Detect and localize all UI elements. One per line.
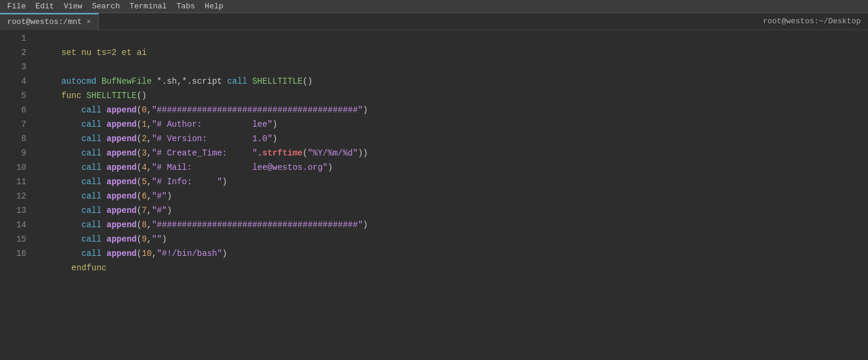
line-num-4: 4 (5, 74, 26, 89)
code-content[interactable]: set nu ts=2 et ai autocmd BufNewFile *.s… (31, 30, 868, 360)
tab-active[interactable]: root@westos:/mnt × (0, 13, 99, 30)
line-num-6: 6 (5, 103, 26, 117)
code-line-5: call append(0,"#########################… (31, 89, 868, 103)
menubar: File Edit View Search Terminal Tabs Help (0, 0, 868, 13)
line-num-16: 16 (5, 246, 26, 261)
tab-close-button[interactable]: × (87, 18, 91, 26)
menu-tabs[interactable]: Tabs (172, 1, 200, 12)
menu-terminal[interactable]: Terminal (124, 1, 171, 12)
code-line-1: set nu ts=2 et ai (31, 31, 868, 45)
line-num-12: 12 (5, 189, 26, 203)
line-num-15: 15 (5, 232, 26, 246)
line-num-5: 5 (5, 89, 26, 103)
line-num-8: 8 (5, 132, 26, 146)
line-num-7: 7 (5, 117, 26, 132)
code-line-2 (31, 45, 868, 60)
code-line-3: autocmd BufNewFile *.sh,*.script call SH… (31, 60, 868, 74)
line-num-2: 2 (5, 45, 26, 60)
kw-set: set (61, 48, 76, 57)
tab-active-title: root@westos:/mnt (7, 17, 82, 26)
menu-view[interactable]: View (59, 1, 87, 12)
line-num-10: 10 (5, 160, 26, 175)
line-num-3: 3 (5, 60, 26, 74)
line-num-11: 11 (5, 175, 26, 189)
menu-file[interactable]: File (2, 1, 31, 12)
tabbar: root@westos:/mnt × root@westos:~/Desktop (0, 13, 868, 30)
code-area: 1 2 3 4 5 6 7 8 9 10 11 12 13 14 15 16 s… (0, 30, 868, 360)
tab-inactive[interactable]: root@westos:~/Desktop (756, 13, 868, 30)
line-num-1: 1 (5, 31, 26, 45)
line-num-9: 9 (5, 146, 26, 160)
line-num-14: 14 (5, 218, 26, 232)
menu-edit[interactable]: Edit (31, 1, 59, 12)
menu-help[interactable]: Help (200, 1, 228, 12)
line-num-13: 13 (5, 203, 26, 218)
menu-search[interactable]: Search (87, 1, 125, 12)
line-numbers: 1 2 3 4 5 6 7 8 9 10 11 12 13 14 15 16 (0, 30, 31, 360)
